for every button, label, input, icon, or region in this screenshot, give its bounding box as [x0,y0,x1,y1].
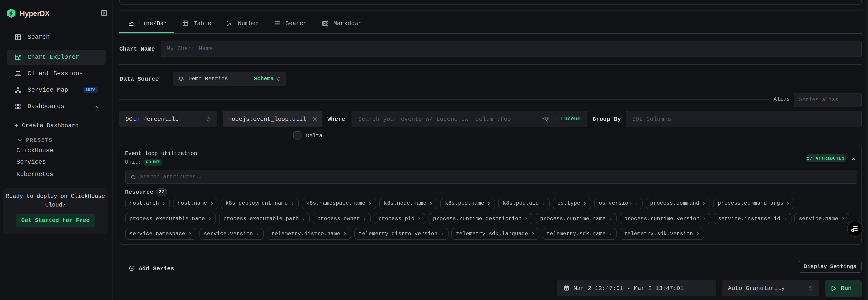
svg-text:2: 2 [227,23,228,27]
svg-text:3: 3 [229,23,231,26]
